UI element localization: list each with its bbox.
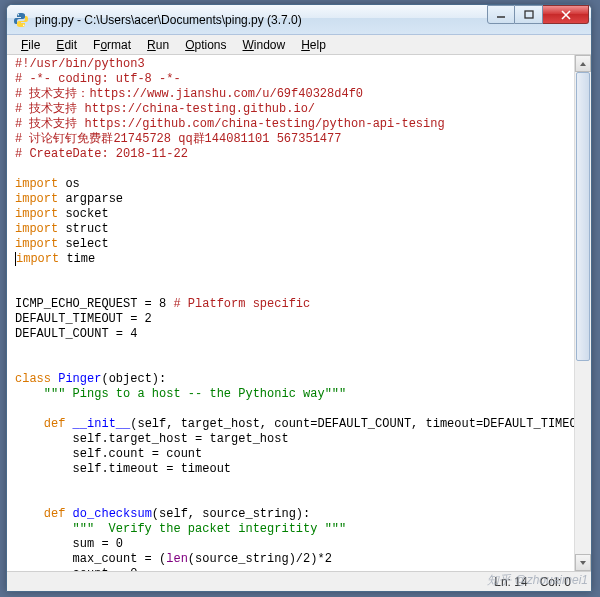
module: socket [65, 207, 108, 221]
comment: # Platform specific [173, 297, 310, 311]
code-line: ICMP_ECHO_REQUEST = 8 [15, 297, 173, 311]
code-line: # CreateDate: 2018-11-22 [15, 147, 188, 161]
class-name: Pinger [51, 372, 101, 386]
module: time [66, 252, 95, 266]
python-idle-icon [13, 12, 29, 28]
code-line: # 讨论钉钉免费群21745728 qq群144081101 567351477 [15, 132, 341, 146]
status-bar: Ln: 14 Col: 0 [7, 571, 591, 591]
def-name: __init__ [65, 417, 130, 431]
svg-point-0 [18, 14, 20, 16]
maximize-button[interactable] [515, 5, 543, 24]
code-line: self.timeout = timeout [15, 462, 231, 476]
code-line: # -*- coding: utf-8 -*- [15, 72, 181, 86]
module: argparse [65, 192, 123, 206]
scroll-down-button[interactable] [575, 554, 591, 571]
editor-area: #!/usr/bin/python3 # -*- coding: utf-8 -… [7, 55, 591, 571]
code-editor[interactable]: #!/usr/bin/python3 # -*- coding: utf-8 -… [7, 55, 574, 571]
menu-file[interactable]: File [13, 36, 48, 54]
docstring: """ Pings to a host -- the Pythonic way"… [44, 387, 346, 401]
code-line: #!/usr/bin/python3 [15, 57, 145, 71]
menu-bar: File Edit Format Run Options Window Help [7, 35, 591, 55]
module: struct [65, 222, 108, 236]
kw: class [15, 372, 51, 386]
svg-point-1 [23, 24, 25, 26]
module: os [65, 177, 79, 191]
docstring: """ Verify the packet integritity """ [73, 522, 347, 536]
kw: import [16, 252, 59, 266]
code-line: sum = 0 [15, 537, 123, 551]
code: (source_string)/2)*2 [188, 552, 332, 566]
code-line: # 技术支持 https://china-testing.github.io/ [15, 102, 315, 116]
code-line: DEFAULT_TIMEOUT = 2 [15, 312, 152, 326]
code: (self, target_host, count=DEFAULT_COUNT,… [130, 417, 574, 431]
code-line: DEFAULT_COUNT = 4 [15, 327, 137, 341]
menu-edit[interactable]: Edit [48, 36, 85, 54]
kw: import [15, 192, 58, 206]
code-line: self.target_host = target_host [15, 432, 289, 446]
scrollbar-track[interactable] [575, 72, 591, 554]
code: max_count = ( [15, 552, 166, 566]
code-line: # 技术支持 https://github.com/china-testing/… [15, 117, 445, 131]
kw: import [15, 177, 58, 191]
scroll-up-button[interactable] [575, 55, 591, 72]
kw: def [44, 507, 66, 521]
code-line: # 技术支持：https://www.jianshu.com/u/69f4032… [15, 87, 363, 101]
app-window: ping.py - C:\Users\acer\Documents\ping.p… [6, 4, 592, 592]
menu-run[interactable]: Run [139, 36, 177, 54]
code: (self, source_string): [152, 507, 310, 521]
kw: import [15, 237, 58, 251]
status-col: Col: 0 [540, 575, 571, 589]
minimize-button[interactable] [487, 5, 515, 24]
scrollbar-thumb[interactable] [576, 72, 590, 361]
kw: import [15, 222, 58, 236]
code: (object): [101, 372, 166, 386]
builtin: len [166, 552, 188, 566]
close-button[interactable] [543, 5, 589, 24]
kw: def [44, 417, 66, 431]
menu-window[interactable]: Window [235, 36, 294, 54]
window-title: ping.py - C:\Users\acer\Documents\ping.p… [35, 13, 487, 27]
svg-rect-3 [525, 11, 533, 18]
module: select [65, 237, 108, 251]
kw: import [15, 207, 58, 221]
code-line: self.count = count [15, 447, 202, 461]
status-line: Ln: 14 [494, 575, 527, 589]
menu-help[interactable]: Help [293, 36, 334, 54]
window-controls [487, 5, 589, 25]
vertical-scrollbar[interactable] [574, 55, 591, 571]
menu-options[interactable]: Options [177, 36, 234, 54]
def-name: do_checksum [65, 507, 151, 521]
menu-format[interactable]: Format [85, 36, 139, 54]
title-bar[interactable]: ping.py - C:\Users\acer\Documents\ping.p… [7, 5, 591, 35]
